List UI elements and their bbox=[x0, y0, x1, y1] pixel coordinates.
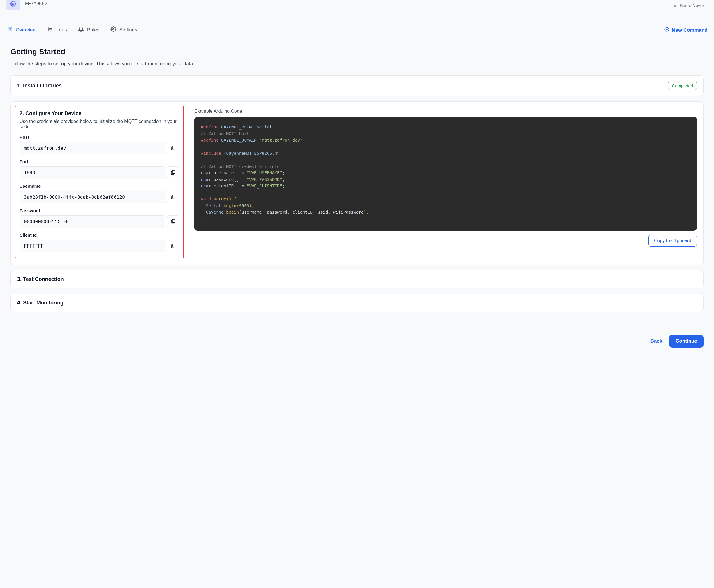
code-token: <CayenneMQTTESP8266.h> bbox=[224, 151, 280, 155]
step-1-panel: 1. Install Libraries Completed bbox=[10, 76, 704, 96]
code-token: // Zafron MQTT credentials info. bbox=[201, 164, 282, 169]
back-button[interactable]: Back bbox=[649, 335, 664, 347]
chip-icon bbox=[6, 0, 20, 10]
code-token: char bbox=[201, 177, 211, 182]
host-label: Host bbox=[20, 134, 179, 140]
code-token: clientID bbox=[214, 184, 234, 188]
code-token: , bbox=[328, 210, 333, 214]
code-token: [] bbox=[234, 170, 239, 175]
tab-overview-label: Overview bbox=[16, 27, 37, 33]
password-input[interactable] bbox=[20, 215, 165, 228]
svg-rect-24 bbox=[172, 219, 175, 223]
copy-host-button[interactable] bbox=[167, 142, 179, 154]
code-token: , bbox=[287, 210, 292, 214]
new-command-label: New Command bbox=[672, 27, 708, 33]
last-seen-label: Last Seen: Never bbox=[670, 3, 704, 8]
clientid-input[interactable] bbox=[20, 240, 165, 252]
port-label: Port bbox=[20, 159, 179, 164]
tab-logs[interactable]: Logs bbox=[47, 22, 68, 39]
code-token: = bbox=[239, 177, 247, 182]
code-token: CAYENNE_DOMAIN bbox=[221, 138, 259, 143]
device-id: FF3A95E2 bbox=[25, 1, 47, 6]
code-token: "VAR_PASSWORD" bbox=[247, 177, 282, 182]
code-token: = bbox=[239, 184, 247, 188]
copy-clientid-button[interactable] bbox=[167, 240, 179, 252]
continue-button[interactable]: Continue bbox=[669, 335, 704, 348]
step-2-panel: 2. Configure Your Device Use the credent… bbox=[10, 101, 704, 265]
logs-icon bbox=[47, 26, 53, 34]
clipboard-icon bbox=[170, 194, 176, 200]
tab-settings[interactable]: Settings bbox=[110, 22, 138, 39]
svg-rect-0 bbox=[12, 2, 15, 6]
clientid-label: Client Id bbox=[20, 232, 179, 237]
step-4-panel: 4. Start Monitoring bbox=[10, 294, 704, 312]
code-token: [] bbox=[234, 177, 239, 182]
device-header: FF3A95E2 Last Seen: Never bbox=[0, 0, 714, 14]
svg-rect-15 bbox=[9, 28, 11, 30]
code-token: ; bbox=[282, 177, 285, 182]
code-token: Cayenne bbox=[206, 210, 224, 214]
code-token: () { bbox=[226, 197, 236, 201]
rules-icon bbox=[78, 26, 84, 34]
code-token: #define bbox=[201, 125, 218, 129]
code-token: password bbox=[214, 177, 234, 182]
tab-rules[interactable]: Rules bbox=[78, 22, 100, 39]
host-input[interactable] bbox=[20, 142, 165, 154]
code-token: password bbox=[267, 210, 287, 214]
code-token: , bbox=[262, 210, 267, 214]
code-token: #include bbox=[201, 151, 221, 155]
copy-to-clipboard-button[interactable]: Copy to Clipboard bbox=[648, 235, 697, 247]
example-code-label: Example Arduino Code bbox=[194, 109, 697, 114]
svg-rect-23 bbox=[172, 195, 175, 198]
code-token: char bbox=[201, 184, 211, 188]
code-token: ; bbox=[282, 170, 285, 175]
code-token: , bbox=[313, 210, 318, 214]
clipboard-icon bbox=[170, 218, 176, 225]
clipboard-icon bbox=[170, 145, 176, 151]
tabs: Overview Logs Rules Settings bbox=[6, 22, 138, 38]
step-2-title: 2. Configure Your Device bbox=[20, 110, 179, 117]
clipboard-icon bbox=[170, 170, 176, 176]
tab-logs-label: Logs bbox=[56, 27, 67, 33]
port-input[interactable] bbox=[20, 166, 165, 179]
password-label: Password bbox=[20, 208, 179, 213]
plus-circle-icon bbox=[664, 27, 669, 34]
code-token: Serial bbox=[206, 203, 221, 208]
code-token: begin bbox=[226, 210, 239, 214]
code-token: ); bbox=[249, 203, 254, 208]
svg-point-17 bbox=[113, 28, 114, 30]
step-1-title: 1. Install Libraries bbox=[17, 83, 62, 89]
copy-password-button[interactable] bbox=[167, 215, 179, 228]
step-2-desc: Use the credentials provided below to in… bbox=[20, 119, 179, 129]
username-input[interactable] bbox=[20, 191, 165, 203]
code-token: 9600 bbox=[239, 203, 249, 208]
copy-port-button[interactable] bbox=[167, 166, 179, 179]
tab-settings-label: Settings bbox=[119, 27, 137, 33]
code-token: "mqtt.zafron.dev" bbox=[259, 138, 302, 143]
code-token: ); bbox=[364, 210, 369, 214]
code-token: clientID bbox=[292, 210, 313, 214]
svg-rect-14 bbox=[8, 27, 12, 31]
page-subtitle: Follow the steps to set up your device. … bbox=[10, 61, 704, 67]
code-token: void bbox=[201, 197, 211, 201]
svg-point-16 bbox=[49, 27, 52, 28]
page-title: Getting Started bbox=[10, 47, 704, 56]
step-3-panel: 3. Test Connection bbox=[10, 270, 704, 289]
svg-rect-25 bbox=[172, 244, 175, 247]
code-token: "VAR_USERNAME" bbox=[247, 170, 282, 175]
code-token: setup bbox=[214, 197, 227, 201]
code-token: begin bbox=[224, 203, 237, 208]
status-badge: Completed bbox=[668, 82, 697, 90]
new-command-button[interactable]: New Command bbox=[664, 27, 708, 34]
overview-icon bbox=[7, 26, 13, 34]
step-4-title: 4. Start Monitoring bbox=[17, 300, 64, 306]
code-token: ( bbox=[236, 203, 239, 208]
code-token: } bbox=[201, 216, 204, 221]
tab-overview[interactable]: Overview bbox=[6, 22, 37, 39]
code-token: username bbox=[214, 170, 234, 175]
credentials-form: 2. Configure Your Device Use the credent… bbox=[15, 106, 184, 258]
code-token: ssid bbox=[318, 210, 328, 214]
code-token: [] bbox=[234, 184, 239, 188]
copy-username-button[interactable] bbox=[167, 191, 179, 203]
code-token: char bbox=[201, 170, 211, 175]
